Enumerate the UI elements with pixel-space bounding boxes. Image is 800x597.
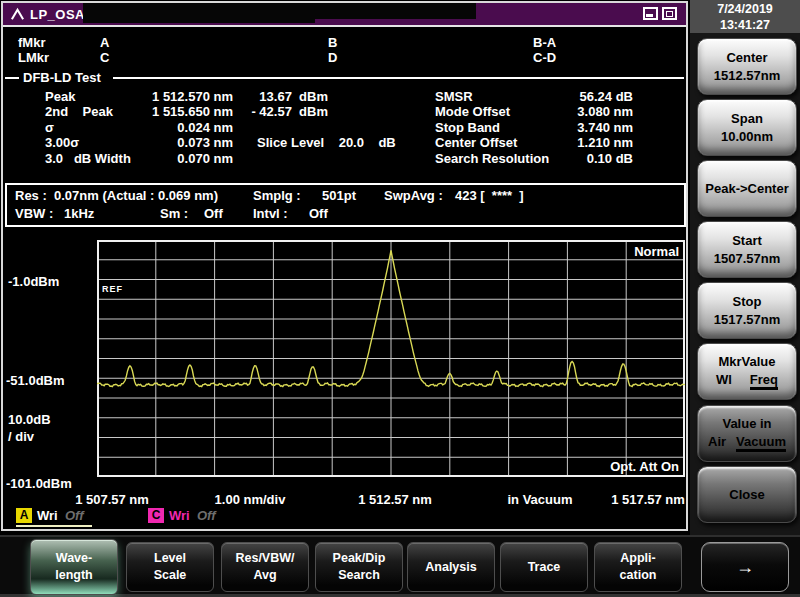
x-label-start: 1 507.57 nm xyxy=(52,492,172,507)
softkey-sidebar: 7/24/2019 13:41:27 Center 1512.57nm Span… xyxy=(690,0,800,535)
opt-att-label: Opt. Att On xyxy=(610,459,679,474)
tab-peak-dip-search[interactable]: Peak/DipSearch xyxy=(315,542,403,592)
close-button[interactable]: Close xyxy=(697,466,797,523)
ref-line-label: REF xyxy=(102,284,123,294)
res-value: 0.07nm (Actual : 0.069 nm) xyxy=(54,188,218,203)
meas-wavelength: 0.073 nm xyxy=(105,135,233,150)
meas-value: 56.24 dB xyxy=(505,89,633,104)
meas-label: σ xyxy=(45,120,54,135)
meas-label: 3.00σ xyxy=(45,135,79,150)
span-button[interactable]: Span 10.00nm xyxy=(697,99,797,156)
intvl-label: Intvl : xyxy=(253,206,288,221)
start-button[interactable]: Start 1507.57nm xyxy=(697,221,797,278)
vbw-label: VBW : xyxy=(15,206,53,221)
meas-value: 0.10 dB xyxy=(505,151,633,166)
function-menu-bar: Wave-length LevelScale Res/VBW/Avg Peak/… xyxy=(0,535,800,597)
intvl-value: Off xyxy=(309,206,328,221)
tab-application[interactable]: Appli-cation xyxy=(594,542,682,592)
section-rule-left xyxy=(5,77,19,79)
tab-wavelength[interactable]: Wave-length xyxy=(30,539,118,595)
meas-wavelength: 1 512.570 nm xyxy=(105,89,233,104)
stop-button[interactable]: Stop 1517.57nm xyxy=(697,282,797,339)
osa-screen: LP_OSA_ fMkr A B B-A LMkr C D C-D DFB-LD… xyxy=(0,0,800,597)
section-title: DFB-LD Test xyxy=(23,70,101,85)
trace-c-badge[interactable]: C xyxy=(148,508,164,523)
value-vacuum-option[interactable]: Vacuum xyxy=(736,434,786,452)
lmkr-c-d: C-D xyxy=(533,50,556,65)
smplg-value: 501pt xyxy=(322,188,356,203)
meas-label: Mode Offset xyxy=(435,104,510,119)
y-label-div2: / div xyxy=(8,429,34,444)
meas-value: 3.740 nm xyxy=(505,120,633,135)
x-label-center: 1 512.57 nm xyxy=(335,492,455,507)
trace-c-mode: Wri xyxy=(169,508,190,523)
smplg-label: Smplg : xyxy=(253,188,301,203)
meas-label: Stop Band xyxy=(435,120,500,135)
more-menus-arrow-button[interactable]: → xyxy=(701,542,789,592)
lmkr-d: D xyxy=(328,50,337,65)
display-mode-label: Normal xyxy=(634,244,679,259)
maximize-button[interactable] xyxy=(662,7,677,20)
datetime-panel: 7/24/2019 13:41:27 xyxy=(690,0,800,33)
meas-value: 3.080 nm xyxy=(505,104,633,119)
meas-value: 1.210 nm xyxy=(505,135,633,150)
anritsu-logo-icon xyxy=(10,7,25,22)
meas-label: 2nd Peak xyxy=(45,104,113,119)
fmkr-a: A xyxy=(100,35,109,50)
vbw-value: 1kHz xyxy=(64,206,94,221)
meas-wavelength: 0.024 nm xyxy=(105,120,233,135)
x-label-div: 1.00 nm/div xyxy=(190,492,310,507)
sweep-settings-bar: Res : 0.07nm (Actual : 0.069 nm) Smplg :… xyxy=(5,183,686,227)
y-label-ref: -1.0dBm xyxy=(8,274,59,289)
date-text: 7/24/2019 xyxy=(690,1,800,17)
slice-level: Slice Level 20.0 dB xyxy=(257,135,396,150)
mkr-wl-option[interactable]: Wl xyxy=(716,372,732,390)
trace-a-underline xyxy=(16,525,92,527)
meas-label: Peak xyxy=(45,89,75,104)
meas-wavelength: 0.070 nm xyxy=(105,151,233,166)
value-in-button[interactable]: Value in Air Vacuum xyxy=(697,405,797,462)
marker-value-button[interactable]: MkrValue Wl Freq xyxy=(697,343,797,400)
tab-res-vbw-avg[interactable]: Res/VBW/Avg xyxy=(221,542,309,592)
y-label-bottom: -101.0dBm xyxy=(6,476,72,491)
meas-level: - 42.57 dBm xyxy=(218,104,328,119)
res-label: Res : xyxy=(15,188,47,203)
y-label-mid: -51.0dBm xyxy=(6,373,65,388)
minimize-button[interactable] xyxy=(643,7,658,20)
lmkr-c: C xyxy=(100,50,109,65)
peak-to-center-button[interactable]: Peak->Center xyxy=(697,160,797,217)
sm-label: Sm : xyxy=(160,206,188,221)
center-button[interactable]: Center 1512.57nm xyxy=(697,38,797,95)
section-rule-right xyxy=(113,77,684,79)
app-window: LP_OSA_ fMkr A B B-A LMkr C D C-D DFB-LD… xyxy=(1,1,688,531)
trace-a-badge[interactable]: A xyxy=(16,508,32,523)
trace-a-state: Off xyxy=(65,508,84,523)
swpavg-value: 423 [ **** ] xyxy=(455,188,524,203)
title-bar: LP_OSA_ xyxy=(3,3,686,27)
maximize-icon xyxy=(666,11,673,17)
tab-trace[interactable]: Trace xyxy=(500,542,588,592)
fmkr-label: fMkr xyxy=(18,35,45,50)
x-label-medium: in Vacuum xyxy=(480,492,600,507)
right-arrow-icon: → xyxy=(702,559,788,576)
tab-analysis[interactable]: Analysis xyxy=(407,542,495,592)
redaction-overlay xyxy=(229,3,476,19)
sm-value: Off xyxy=(204,206,223,221)
meas-label: SMSR xyxy=(435,89,473,104)
spectrum-plot: Normal REF Opt. Att On xyxy=(97,240,685,477)
minimize-icon xyxy=(646,14,653,17)
meas-wavelength: 1 515.650 nm xyxy=(105,104,233,119)
y-label-div: 10.0dB xyxy=(8,412,51,427)
time-text: 13:41:27 xyxy=(690,17,800,33)
fmkr-b-a: B-A xyxy=(533,35,556,50)
meas-level: 13.67 dBm xyxy=(218,89,328,104)
trace-c-state: Off xyxy=(197,508,216,523)
tab-level-scale[interactable]: LevelScale xyxy=(126,542,214,592)
spectrum-trace xyxy=(97,240,685,477)
fmkr-b: B xyxy=(328,35,337,50)
trace-a-mode: Wri xyxy=(37,508,58,523)
mkr-freq-option[interactable]: Freq xyxy=(750,372,778,390)
swpavg-label: SwpAvg : xyxy=(384,188,443,203)
value-air-option[interactable]: Air xyxy=(708,434,726,452)
lmkr-label: LMkr xyxy=(18,50,49,65)
